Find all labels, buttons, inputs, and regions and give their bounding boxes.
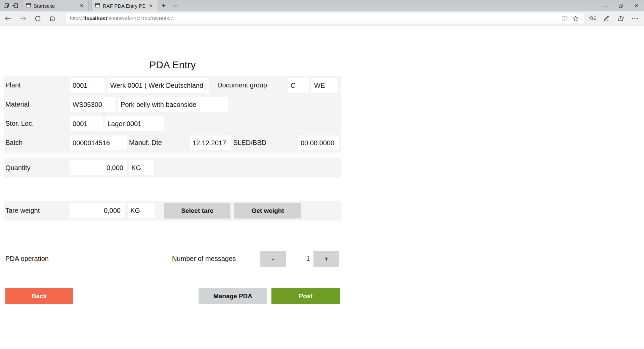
document-type-input[interactable] [311,78,338,93]
material-label: Material [5,95,29,114]
minimize-button[interactable]: — [598,0,613,11]
storage-location-code-input[interactable] [70,116,103,131]
storage-location-name-input[interactable] [105,116,164,131]
page-title: PDA Entry [4,59,341,71]
tab-preview-chevron-icon[interactable] [169,0,181,11]
sled-bbd-input[interactable] [298,135,339,150]
material-row: Material [4,95,341,114]
address-bar[interactable]: https://localhost:8000/Raf/P1C-100/SNB00… [66,13,584,24]
form-block: Plant Document group Material Stor. Loc.… [4,76,341,153]
batch-row: Batch Manuf. Dte SLED/BBD [4,133,341,152]
share-icon[interactable] [614,11,628,26]
quantity-row: Quantity [4,158,341,178]
post-button[interactable]: Post [271,288,340,304]
storage-location-label: Stor. Loc. [5,114,34,133]
tab-bar: Startseite ✕ RAF PDA Entry PDA Ent ✕ + — [0,0,644,11]
annotate-pen-icon[interactable] [600,11,614,26]
page-icon [95,3,100,9]
url-rest: :8000/Raf/P1C-100/SNB0007 [107,15,173,21]
browser-window: Startseite ✕ RAF PDA Entry PDA Ent ✕ + — [0,0,644,349]
document-group-input[interactable] [288,78,309,93]
back-button[interactable]: Back [5,288,73,304]
manufacture-date-label: Manuf. Dte [129,133,162,152]
toolbar-right-icons [584,11,644,26]
home-icon[interactable] [45,11,60,26]
more-options-icon[interactable] [628,11,642,26]
document-group-label: Document group [217,76,267,95]
plant-name-input[interactable] [108,78,209,93]
action-buttons-row: Back Manage PDA Post [4,288,341,304]
forward-icon[interactable] [15,11,30,26]
favorite-star-icon[interactable] [570,16,581,21]
sled-bbd-label: SLED/BBD [233,133,266,152]
tare-unit-input[interactable] [128,203,155,218]
refresh-icon[interactable] [30,11,45,26]
window-controls: — ✕ [598,0,644,11]
tab-close-icon[interactable]: ✕ [147,2,154,9]
back-icon[interactable] [1,11,15,26]
tare-weight-row: Tare weight Select tare Get weight [4,201,341,221]
tab-raf-pda-entry[interactable]: RAF PDA Entry PDA Ent ✕ [91,0,158,11]
batch-input[interactable] [70,135,127,150]
storage-location-row: Stor. Loc. [4,114,341,133]
close-button[interactable]: ✕ [629,0,644,11]
manage-pda-button[interactable]: Manage PDA [199,288,267,304]
pda-operation-label: PDA operation [5,249,49,268]
material-name-input[interactable] [118,97,228,112]
pda-entry-page: PDA Entry Plant Document group Material … [0,26,644,349]
quantity-input[interactable] [70,160,127,175]
url-text: https://localhost:8000/Raf/P1C-100/SNB00… [70,15,559,21]
url-host: localhost [85,15,107,21]
get-weight-button[interactable]: Get weight [234,203,301,219]
material-code-input[interactable] [70,97,116,112]
new-tab-button[interactable]: + [158,0,169,11]
plant-code-input[interactable] [70,78,105,93]
tabs-set-aside-icon[interactable] [11,0,19,11]
page-icon [26,3,31,9]
plant-label: Plant [5,76,21,95]
plant-row: Plant Document group [4,76,341,95]
quantity-label: Quantity [5,158,30,178]
set-tabs-aside-icon[interactable] [2,0,11,11]
batch-label: Batch [5,133,23,152]
messages-count: 1 [301,249,315,268]
tab-close-icon[interactable]: ✕ [78,2,85,9]
tare-weight-label: Tare weight [5,201,40,221]
hub-favorites-icon[interactable] [586,11,600,26]
number-of-messages-label: Number of messages [172,249,236,268]
browser-toolbar: https://localhost:8000/Raf/P1C-100/SNB00… [0,11,644,26]
restore-button[interactable] [613,0,629,11]
tab-label: RAF PDA Entry PDA Ent [103,3,145,9]
messages-decrement-button[interactable]: - [260,251,286,267]
select-tare-button[interactable]: Select tare [164,203,230,219]
tare-weight-input[interactable] [70,203,125,218]
messages-increment-button[interactable]: + [313,251,339,267]
manufacture-date-input[interactable] [190,135,231,150]
tab-startseite[interactable]: Startseite ✕ [22,0,89,11]
reading-view-icon[interactable] [559,16,570,21]
tab-label: Startseite [34,3,76,9]
quantity-unit-input[interactable] [129,160,154,175]
pda-operation-row: PDA operation Number of messages - 1 + [4,249,341,268]
url-prefix: https:// [70,15,85,21]
